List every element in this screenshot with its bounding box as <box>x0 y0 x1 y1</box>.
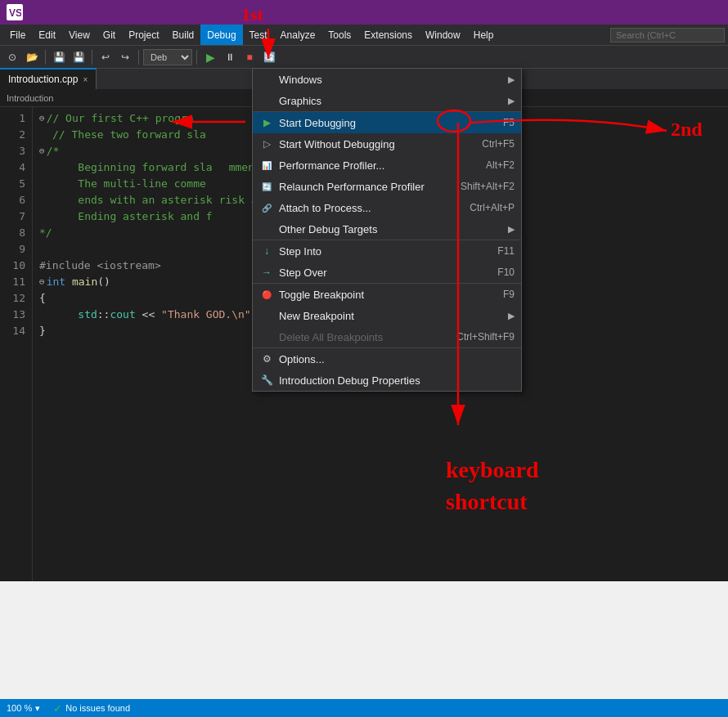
menu-search-input[interactable] <box>610 28 725 43</box>
tab-introduction-cpp[interactable]: Introduction.cpp × <box>0 68 97 89</box>
new-bp-label: New Breakpoint <box>279 310 505 322</box>
debug-props-label: Introduction Debug Properties <box>279 374 515 387</box>
code-include: <iostream> <box>97 258 160 274</box>
line-num-7: 7 <box>3 208 25 225</box>
dropdown-section-1: Windows ▶ Graphics ▶ <box>253 69 521 112</box>
toolbar-open-btn[interactable]: 📂 <box>23 48 41 66</box>
menu-debug[interactable]: Debug <box>200 25 242 45</box>
toggle-bp-label: Toggle Breakpoint <box>279 289 503 301</box>
toolbar-undo-btn[interactable]: ↩ <box>97 48 115 66</box>
toolbar-saveall-btn[interactable]: 💾 <box>70 48 88 66</box>
toolbar-new-btn[interactable]: ⊙ <box>3 48 21 66</box>
perf-label: Performance Profiler... <box>279 159 486 172</box>
line-num-8: 8 <box>3 225 25 241</box>
line-num-14: 14 <box>3 323 25 339</box>
menu-build[interactable]: Build <box>166 25 201 45</box>
code-brace-close: } <box>39 323 46 339</box>
menu-help[interactable]: Help <box>467 25 501 45</box>
menu-bar: File Edit View Git Project Build Debug T… <box>0 25 728 45</box>
windows-icon <box>259 72 274 87</box>
tab-label: Introduction.cpp <box>8 74 78 85</box>
start-nodebug-icon: ▷ <box>259 137 274 151</box>
attach-shortcut: Ctrl+Alt+P <box>470 202 515 213</box>
step-over-shortcut: F10 <box>497 267 515 278</box>
windows-label: Windows <box>279 74 505 86</box>
menu-analyze[interactable]: Analyze <box>274 25 322 45</box>
menu-view[interactable]: View <box>62 25 97 45</box>
toolbar-sep2 <box>92 50 92 65</box>
toolbar-sep4 <box>196 50 197 65</box>
toolbar-sep3 <box>138 50 139 65</box>
dropdown-start-without-debug[interactable]: ▷ Start Without Debugging Ctrl+F5 <box>253 133 521 155</box>
options-label: Options... <box>279 353 515 365</box>
menu-extensions[interactable]: Extensions <box>357 25 419 45</box>
breadcrumb: Introduction <box>7 93 53 103</box>
menu-edit[interactable]: Edit <box>32 25 62 45</box>
menu-test[interactable]: Test <box>243 25 274 45</box>
vs-logo: VS <box>7 4 23 20</box>
code-main: main <box>72 274 97 290</box>
new-bp-icon <box>259 308 274 323</box>
toolbar-redo-btn[interactable]: ↪ <box>116 48 134 66</box>
step-over-icon: → <box>259 265 274 280</box>
collapse-11[interactable]: ⊖ <box>39 274 45 290</box>
code-colon: :: <box>97 307 110 323</box>
code-leftshift: << <box>136 307 161 323</box>
dropdown-performance-profiler[interactable]: 📊 Performance Profiler... Alt+F2 <box>253 155 521 176</box>
windows-arrow: ▶ <box>508 74 515 85</box>
menu-project[interactable]: Project <box>122 25 165 45</box>
line-num-12: 12 <box>3 290 25 307</box>
toolbar-save-btn[interactable]: 💾 <box>50 48 68 66</box>
relaunch-shortcut: Shift+Alt+F2 <box>461 181 515 192</box>
toggle-bp-shortcut: F9 <box>503 289 515 300</box>
dropdown-options[interactable]: ⚙ Options... <box>253 348 521 370</box>
options-icon: ⚙ <box>259 352 274 366</box>
code-int: int <box>47 274 72 290</box>
start-debug-label: Start Debugging <box>279 117 503 129</box>
status-text: No issues found <box>65 703 130 713</box>
toolbar-break-btn[interactable]: ⏸ <box>221 48 239 66</box>
title-bar: VS <box>0 0 728 25</box>
tab-close-btn[interactable]: × <box>83 75 88 84</box>
dropdown-windows[interactable]: Windows ▶ <box>253 69 521 90</box>
start-nodebug-label: Start Without Debugging <box>279 138 482 150</box>
start-debug-shortcut: F5 <box>503 117 515 128</box>
toolbar-sep1 <box>45 50 46 65</box>
dropdown-other-targets[interactable]: Other Debug Targets ▶ <box>253 218 521 240</box>
line-num-2: 2 <box>3 127 25 143</box>
line-numbers: 1 2 3 4 5 6 7 8 9 10 11 12 13 14 <box>0 107 33 581</box>
dropdown-delete-all-breakpoints: Delete All Breakpoints Ctrl+Shift+F9 <box>253 326 521 347</box>
relaunch-label: Relaunch Performance Profiler <box>279 181 461 193</box>
dropdown-attach-process[interactable]: 🔗 Attach to Process... Ctrl+Alt+P <box>253 197 521 218</box>
zoom-dropdown-icon[interactable]: ▾ <box>35 703 40 714</box>
collapse-3[interactable]: ⊖ <box>39 143 45 159</box>
dropdown-graphics[interactable]: Graphics ▶ <box>253 90 521 111</box>
menu-tools[interactable]: Tools <box>321 25 357 45</box>
menu-file[interactable]: File <box>3 25 32 45</box>
line-num-6: 6 <box>3 192 25 208</box>
debug-props-icon: 🔧 <box>259 373 274 388</box>
dropdown-section-5: ⚙ Options... 🔧 Introduction Debug Proper… <box>253 348 521 391</box>
dropdown-intro-debug-props[interactable]: 🔧 Introduction Debug Properties <box>253 370 521 391</box>
dropdown-toggle-breakpoint[interactable]: 🔴 Toggle Breakpoint F9 <box>253 284 521 305</box>
dropdown-new-breakpoint[interactable]: New Breakpoint ▶ <box>253 305 521 326</box>
toolbar-stop-btn[interactable]: ■ <box>240 48 258 66</box>
menu-window[interactable]: Window <box>419 25 467 45</box>
code-hash: #include <box>39 258 97 274</box>
other-targets-arrow: ▶ <box>508 224 515 235</box>
toolbar-restart-btn[interactable]: 🔄 <box>260 48 278 66</box>
line-num-1: 1 <box>3 110 25 127</box>
code-text-8: */ <box>39 225 52 241</box>
step-into-shortcut: F11 <box>497 245 515 257</box>
menu-git[interactable]: Git <box>97 25 122 45</box>
dropdown-relaunch-profiler[interactable]: 🔄 Relaunch Performance Profiler Shift+Al… <box>253 176 521 197</box>
toolbar-start-btn[interactable]: ▶ <box>201 48 219 66</box>
collapse-1[interactable]: ⊖ <box>39 110 45 127</box>
other-targets-icon <box>259 222 274 236</box>
dropdown-start-debugging[interactable]: ▶ Start Debugging F5 <box>253 112 521 133</box>
dropdown-step-into[interactable]: ↓ Step Into F11 <box>253 240 521 262</box>
toolbar-debug-dropdown[interactable]: Deb <box>143 49 192 65</box>
dropdown-step-over[interactable]: → Step Over F10 <box>253 262 521 283</box>
graphics-label: Graphics <box>279 95 505 107</box>
status-check: ✓ No issues found <box>53 702 130 715</box>
